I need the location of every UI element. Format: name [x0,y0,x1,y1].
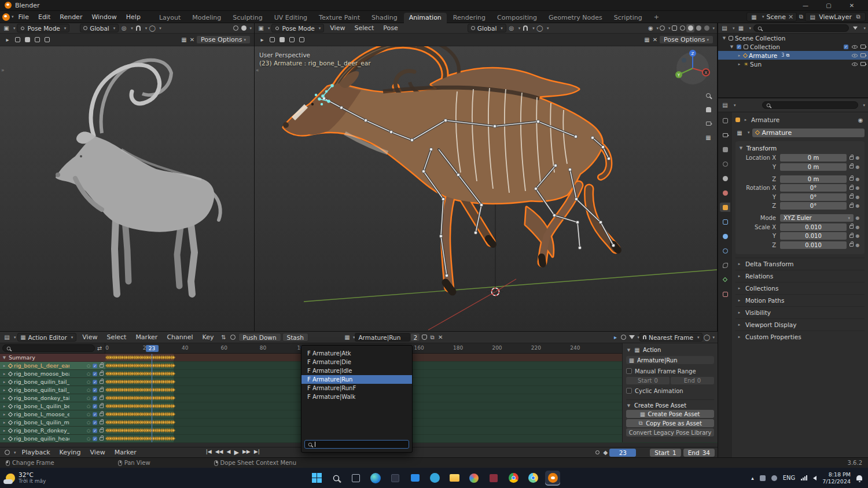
disclosure-icon[interactable]: ▸ [2,412,7,417]
popup-item-runf[interactable]: F Armature|RunF [301,384,412,392]
channel-pin-icon[interactable]: ○ [87,372,90,376]
shading-solid-icon[interactable] [686,24,694,32]
select-box-icon[interactable] [13,36,21,44]
disclosure-icon[interactable]: ▼ [2,355,7,360]
show-hidden-icon[interactable] [620,333,628,342]
viewport-right-canvas[interactable]: Z Y X User Perspective (23) Armature : r… [255,46,717,331]
channel-enable-checkbox[interactable]: ✓ [93,388,97,392]
tab-shading[interactable]: Shading [366,13,403,23]
taskbar-photos-icon[interactable] [466,471,481,486]
tab-geometry-nodes[interactable]: Geometry Nodes [543,13,608,23]
tab-modifiers[interactable] [720,217,730,226]
close-button[interactable]: ✕ [840,0,863,10]
maximize-button[interactable]: ▢ [817,0,840,10]
channel-lock-icon[interactable] [100,413,104,416]
lock-icon[interactable] [849,186,854,190]
channel-enable-checkbox[interactable]: ✓ [93,380,97,384]
navigation-gizmo[interactable]: Z Y X [675,50,709,85]
editor-type-icon[interactable]: ▤ [3,333,11,342]
tray-icon-1[interactable] [760,475,766,481]
playback-menu-playback[interactable]: Playback [17,446,55,458]
action-browse-icon[interactable]: ▦ [343,333,351,342]
channel-filter-icon[interactable]: ⇄ [97,344,102,353]
disclosure-icon[interactable]: ▸ [2,372,7,376]
toolbar-expand-icon[interactable]: » [1,67,5,73]
tab-scripting[interactable]: Scripting [609,13,648,23]
value-field[interactable]: 0 m [780,175,847,183]
channel-pin-icon[interactable]: ○ [87,428,90,433]
taskbar-skype-icon[interactable] [427,471,442,486]
taskbar-search-icon[interactable] [329,471,344,486]
editor-type-icon[interactable]: ▣ [2,24,10,32]
playback-menu-view[interactable]: View [86,446,110,458]
tab-object[interactable] [720,203,730,212]
popup-item-idle[interactable]: F Armature|Idle [301,366,412,375]
checkbox-icon[interactable]: ✓ [844,45,848,49]
taskbar-app-dark-icon[interactable] [388,471,403,486]
orientation-dropdown-left[interactable]: Global▾ [80,24,119,32]
snap-magnet-icon[interactable] [134,24,142,32]
playback-menu-marker[interactable]: Marker [110,446,141,458]
select-mode-icon-1[interactable] [23,36,31,44]
animate-decorator[interactable]: ● [854,203,862,208]
disclosure-icon[interactable]: ▸ [737,53,742,58]
language-indicator[interactable]: ENG [783,475,796,481]
channel-enable-checkbox[interactable]: ✓ [93,436,97,441]
disclosure-icon[interactable]: ▸ [2,436,7,441]
toolbar-expand-icon[interactable]: « [256,67,259,73]
tab-animation[interactable]: Animation [404,13,447,23]
show-gizmo-icon[interactable]: ◉ [646,24,654,32]
jump-to-end-button[interactable]: ▶| [254,449,260,456]
notification-bell-icon[interactable] [856,475,862,480]
channel-enable-checkbox[interactable]: ✓ [93,412,97,417]
camera-icon[interactable] [860,53,866,57]
popup-item-die[interactable]: F Armature|Die [301,358,412,366]
playhead[interactable] [152,354,153,442]
pose-options-right[interactable]: Pose Options▾ [659,35,713,44]
outliner-item-collection[interactable]: ▼✓Collection✓ [718,42,868,51]
transform-panel-header[interactable]: ▼Transform [738,144,862,153]
section-visibility[interactable]: ▸Visibility [735,306,865,318]
channel-enable-checkbox[interactable]: ✓ [93,404,97,409]
animate-decorator[interactable]: ● [854,195,862,200]
active-tool-icon[interactable]: ▸ [3,36,12,44]
proportional-edit-icon[interactable]: ◯ [148,24,156,32]
dopesheet-menu-marker[interactable]: Marker [131,331,162,343]
current-frame-indicator[interactable]: 23 [146,345,159,352]
popup-search-input[interactable] [304,440,409,449]
orientation-dropdown-right[interactable]: Global▾ [468,24,506,32]
channel-lock-icon[interactable] [100,421,104,424]
zoom-icon[interactable] [704,91,712,100]
channel-pin-icon[interactable]: ○ [87,396,90,401]
object-data-browse-icon[interactable]: ▦ [735,129,744,137]
grid-icon[interactable]: ▦ [643,36,651,44]
popup-item-walk[interactable]: F Armature|Walk [301,392,412,401]
outliner-item-scene-collection[interactable]: ▼Scene Collection [718,34,868,42]
tab-compositing[interactable]: Compositing [492,13,542,23]
breadcrumb-object[interactable]: Armature [751,116,779,123]
duplicate-action-icon[interactable]: ⧉ [428,333,436,342]
lock-icon[interactable] [849,165,854,168]
only-selected-icon[interactable]: ▸ [612,333,620,342]
shading-rendered-icon[interactable] [703,24,711,32]
channel-name[interactable]: ▸rig_bone_L_deer_ear○✓ [0,362,105,370]
tab-modeling[interactable]: Modeling [187,13,226,23]
playback-menu-keying[interactable]: Keying [55,446,86,458]
keying-set-icon[interactable]: ◆ [601,449,609,457]
active-tool-icon[interactable]: ▸ [258,36,266,44]
tab-world[interactable] [720,188,730,197]
channel-pin-icon[interactable]: ○ [87,404,90,409]
viewlayer-new-icon[interactable]: ⧉ [854,13,862,21]
action-name-field[interactable]: Armature|Run [355,333,410,342]
channel-enable-checkbox[interactable]: ✓ [93,428,97,433]
value-field[interactable]: 0.010 [780,223,847,231]
lock-icon[interactable] [849,204,854,208]
select-mode-icon-2[interactable] [33,36,41,44]
grid-ortho-icon[interactable]: ▦ [704,133,712,141]
editor-type-icon[interactable]: ▣ [257,24,265,32]
pan-hand-icon[interactable] [704,105,712,113]
value-field[interactable]: 0 m [780,154,847,162]
pivot-icon[interactable]: ◎ [120,24,128,32]
select-mode-icon-3[interactable] [43,36,51,44]
channel-name[interactable]: ▸rig_bone_R_donkey_ey○✓ [0,427,105,435]
